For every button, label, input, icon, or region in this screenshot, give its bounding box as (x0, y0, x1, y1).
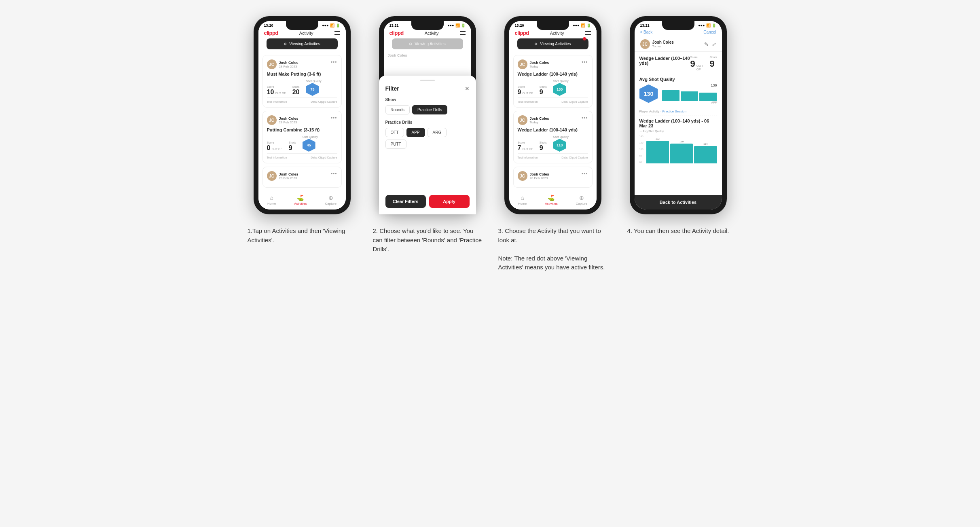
dots-menu-3-3[interactable]: ••• (582, 171, 588, 177)
detail-score-value: 9 (690, 59, 695, 69)
user-date-3-1: Today (530, 65, 549, 68)
tab-capture-1[interactable]: ⊕ Capture (325, 195, 337, 205)
chip-practice-drills[interactable]: Practice Drills (412, 105, 447, 114)
back-button-4[interactable]: < Back (640, 30, 653, 34)
dots-menu-3[interactable]: ••• (331, 171, 337, 177)
card-footer-2: Test Information Data: Clippd Capture (267, 153, 337, 159)
chip-putt[interactable]: PUTT (385, 140, 406, 149)
activity-card-2[interactable]: JC Josh Coles 28 Feb 2023 ••• Putting Co… (262, 111, 342, 163)
hamburger-3[interactable] (585, 31, 591, 35)
activity-card-3-1[interactable]: JC Josh Coles Today ••• Wedge Ladder (10… (513, 55, 593, 108)
show-chips: Rounds Practice Drills (385, 105, 470, 114)
hamburger-1[interactable] (334, 31, 340, 35)
page-container: 13:20 ●●● 📶 🔋 clippd Activity (248, 16, 733, 272)
card-header-3-2: JC Josh Coles Today ••• (518, 115, 588, 125)
detail-drill-title: Wedge Ladder (100–140 yds) (639, 56, 690, 66)
y-axis: 140 120 100 80 60 (639, 135, 643, 163)
cancel-button-4[interactable]: Cancel (703, 30, 716, 34)
logo-3: clippd (515, 30, 529, 36)
user-date-2: 28 Feb 2023 (279, 121, 298, 124)
chip-arg[interactable]: ARG (428, 128, 447, 137)
phone-4: 13:21 ●●● 📶 🔋 < Back Cancel (630, 16, 727, 214)
user-name-1: Josh Coles (279, 61, 298, 65)
shots-value-2: 9 (289, 144, 296, 152)
back-to-activities-button[interactable]: Back to Activities (635, 195, 722, 210)
practice-session-link[interactable]: Practice Session (662, 110, 686, 113)
hamburger-2[interactable] (460, 31, 466, 35)
phone-3: 13:20 ●●● 📶 🔋 clippd Activity (504, 16, 601, 214)
phone-screen-1: 13:20 ●●● 📶 🔋 clippd Activity (258, 21, 346, 210)
chip-app[interactable]: APP (406, 128, 425, 137)
activity-title-3-1: Wedge Ladder (100-140 yds) (518, 72, 588, 76)
activity-card-1[interactable]: JC Josh Coles 28 Feb 2023 ••• Must Make … (262, 55, 342, 108)
outof-3-2: OUT OF (522, 148, 533, 150)
clear-filters-button[interactable]: Clear Filters (385, 195, 426, 208)
user-date-3: 28 Feb 2023 (279, 176, 298, 180)
tab-home-1[interactable]: ⌂ Home (267, 195, 276, 205)
activity-card-3-2[interactable]: JC Josh Coles Today ••• Wedge Ladder (10… (513, 111, 593, 163)
show-label: Show (385, 97, 470, 102)
activity-card-3-3[interactable]: JC Josh Coles 28 Feb 2023 ••• (513, 167, 593, 188)
wifi-4: 📶 (706, 23, 711, 28)
apply-button[interactable]: Apply (429, 195, 470, 208)
screen1-column: 13:20 ●●● 📶 🔋 clippd Activity (248, 16, 357, 245)
sq-hex-3-1: 130 (553, 83, 566, 96)
dots-menu-3-2[interactable]: ••• (582, 115, 588, 121)
tab-capture-3[interactable]: ⊕ Capture (576, 195, 587, 205)
viewing-banner-1[interactable]: ⚙ Viewing Activities (267, 38, 338, 49)
user-date-1: 28 Feb 2023 (279, 65, 298, 68)
shots-label-3-1: Shots (540, 85, 547, 88)
shots-label-2: Shots (289, 141, 296, 144)
filter-icon-1: ⚙ (284, 42, 287, 46)
sq-hex-1: 75 (306, 83, 319, 96)
card-header-2: JC Josh Coles 28 Feb 2023 ••• (267, 115, 337, 125)
user-name-date-3: Josh Coles 28 Feb 2023 (279, 172, 298, 180)
battery-3: 🔋 (586, 23, 591, 28)
modal-footer: Clear Filters Apply (384, 191, 471, 210)
viewing-banner-3[interactable]: ⚙ Viewing Activities (517, 38, 588, 49)
footer-right-3-1: Data: Clippd Capture (561, 100, 588, 103)
footer-right-1: Data: Clippd Capture (311, 100, 337, 103)
activity-card-3[interactable]: JC Josh Coles 28 Feb 2023 ••• (262, 167, 342, 188)
filter-modal: Filter ✕ Show Rounds Practice Drills Pra… (384, 76, 471, 210)
score-block-1: Score 10 OUT OF (267, 85, 286, 96)
outof-1: OUT OF (275, 92, 286, 95)
logo-2: clippd (389, 30, 404, 36)
y-label-100: 100 (639, 148, 643, 150)
chip-rounds[interactable]: Rounds (385, 105, 410, 114)
shots-block-3-2: Shots 9 (540, 141, 547, 152)
user-info-3-1: JC Josh Coles Today (518, 59, 549, 69)
dots-menu-1[interactable]: ••• (331, 59, 337, 65)
detail-avg-section: Avg Shot Quality 130 130 APP (639, 77, 717, 104)
bottom-tabs-3: ⌂ Home ⛳ Activities ⊕ Capture (509, 191, 597, 210)
stats-row-3-1: Score 9 OUT OF Shots 9 (518, 80, 588, 96)
y-label-120: 120 (639, 142, 643, 144)
sq-block-1: Shot Quality 75 (306, 80, 322, 96)
close-button[interactable]: ✕ (465, 85, 470, 92)
tab-activities-3[interactable]: ⛳ Activities (545, 195, 558, 205)
phone-notch-2 (411, 21, 444, 30)
stats-row-1: Score 10 OUT OF Shots 20 (267, 80, 337, 96)
dots-menu-2[interactable]: ••• (331, 115, 337, 121)
detail-body: Wedge Ladder (100–140 yds) Score 9 OUT O… (635, 52, 722, 195)
capture-icon-1: ⊕ (328, 195, 333, 201)
detail-avg-label: Avg Shot Quality (639, 77, 717, 82)
expand-icon[interactable]: ⤢ (712, 41, 716, 47)
activities-icon-3: ⛳ (548, 195, 555, 201)
tab-activities-1[interactable]: ⛳ Activities (294, 195, 307, 205)
sq-badge-3-1: 130 (553, 83, 566, 96)
tab-home-3[interactable]: ⌂ Home (518, 195, 527, 205)
dots-menu-3-1[interactable]: ••• (582, 59, 588, 65)
user-name-date-2: Josh Coles 28 Feb 2023 (279, 116, 298, 124)
mini-bar-1 (662, 90, 679, 101)
avg-shot-row: 130 130 APP (639, 83, 717, 104)
activities-icon-1: ⛳ (297, 195, 304, 201)
chip-ott[interactable]: OTT (385, 128, 404, 137)
phone-screen-3: 13:20 ●●● 📶 🔋 clippd Activity (509, 21, 597, 210)
y-label-140: 140 (639, 135, 643, 138)
signal-4: ●●● (698, 23, 705, 28)
edit-icon[interactable]: ✎ (704, 41, 709, 47)
user-date-3-2: Today (530, 121, 549, 124)
footer-left-2: Test Information (267, 156, 287, 159)
viewing-banner-text-2: Viewing Activities (415, 42, 446, 46)
